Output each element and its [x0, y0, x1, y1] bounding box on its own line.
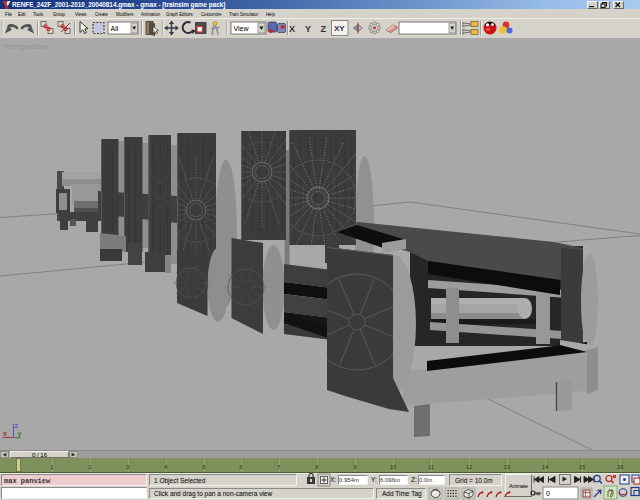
svg-text:View: View: [234, 25, 250, 32]
svg-text:X: X: [289, 24, 295, 34]
svg-text:Y: Y: [305, 24, 311, 34]
svg-text:z: z: [15, 422, 19, 429]
svg-text:XY: XY: [334, 24, 345, 33]
svg-text:Z: Z: [321, 24, 327, 34]
svg-text:x: x: [3, 430, 7, 437]
svg-text:All: All: [111, 25, 119, 32]
svg-text:Perspective: Perspective: [4, 42, 49, 51]
svg-text:y: y: [18, 430, 22, 438]
svg-text:0: 0: [546, 490, 550, 497]
